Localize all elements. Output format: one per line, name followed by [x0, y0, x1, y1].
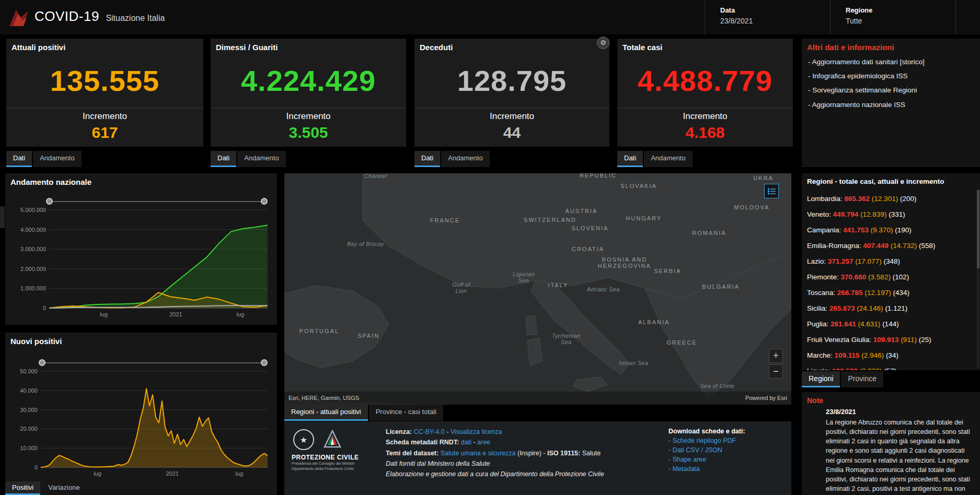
svg-text:2021: 2021	[166, 470, 178, 477]
footer-panel: ★ PROTEZIONE CIVILE Presidenza del Consi…	[284, 421, 791, 495]
header-divider	[830, 0, 831, 34]
note-date: 23/8/2021	[826, 408, 973, 416]
slider-handle-left[interactable]	[46, 198, 53, 205]
svg-text:2.000.000: 2.000.000	[20, 266, 46, 272]
slider-handle-left[interactable]	[39, 359, 45, 366]
time-range-slider	[46, 197, 268, 205]
tab-dati[interactable]: Dati	[211, 151, 236, 167]
tab-andamento[interactable]: Andamento	[644, 151, 693, 167]
svg-text:5.000.000: 5.000.000	[20, 207, 46, 213]
license-link[interactable]: Visualizza licenza	[451, 428, 502, 435]
note-content: 23/8/2021 La regione Abruzzo comunica ch…	[826, 408, 973, 495]
info-link-list: - Aggiornamento dati sanitari [storico]-…	[808, 57, 973, 114]
info-link[interactable]: - Sorveglianza settimanale Regioni	[808, 86, 973, 95]
info-link[interactable]: - Aggiornamento nazionale ISS	[808, 100, 973, 110]
region-row[interactable]: Puglia: 261.641 (4.631) (144)	[807, 316, 974, 332]
license-link[interactable]: dati	[461, 439, 471, 446]
tab-variazione[interactable]: Variazione	[41, 481, 86, 495]
tab-andamento[interactable]: Andamento	[441, 151, 490, 167]
svg-text:50.000: 50.000	[20, 368, 38, 374]
svg-text:lug: lug	[235, 470, 243, 477]
tab-regioni[interactable]: Regioni	[802, 371, 840, 387]
nuovi-positivi-tabs: Positivi Variazione	[5, 481, 87, 495]
card-title: Dimessi / Guariti	[216, 43, 278, 52]
tab-province-casi-totali[interactable]: Province - casi totali	[369, 405, 443, 421]
note-panel-title: Note	[807, 396, 823, 405]
info-link[interactable]: - Aggiornamento dati sanitari [storico]	[808, 57, 973, 67]
download-link[interactable]: - Metadata	[668, 465, 786, 473]
tab-andamento[interactable]: Andamento	[237, 151, 286, 167]
card-increment-label: Incremento	[617, 111, 793, 122]
zoom-out-button[interactable]: −	[769, 364, 783, 379]
region-row[interactable]: Sicilia: 265.673 (24.146) (1.121)	[807, 301, 974, 316]
info-link[interactable]: - Infografica epidemiologica ISS	[808, 72, 973, 81]
nuovi-positivi-panel: Nuovi positivi 50.00040.00030.00020.0001…	[5, 333, 277, 495]
svg-text:lug: lug	[100, 311, 108, 317]
tab-positivi[interactable]: Positivi	[5, 481, 40, 495]
scrollbar-thumb[interactable]	[977, 190, 979, 268]
date-filter-label: Data	[720, 6, 735, 14]
card-value: 4.224.429	[211, 64, 406, 98]
info-panel-title: Altri dati e informazioni	[807, 43, 894, 52]
license-line: Elaborazione e gestione dati a cura del …	[386, 470, 658, 478]
card-tabs-totale: Dati Andamento	[617, 151, 693, 167]
tab-andamento[interactable]: Andamento	[33, 151, 82, 167]
andamento-title: Andamento nazionale	[10, 178, 91, 186]
download-link[interactable]: - Shape aree	[668, 456, 786, 463]
footer-pc-title: PROTEZIONE CIVILE	[292, 454, 381, 461]
card-increment-label: Incremento	[414, 111, 609, 122]
slider-handle-right[interactable]	[261, 359, 268, 366]
region-list: Lombardia: 865.362 (12.301) (200)Veneto:…	[807, 191, 974, 370]
license-info: Licenza: CC-BY-4.0 - Visualizza licenzaS…	[386, 428, 658, 480]
region-row[interactable]: Veneto: 449.794 (12.839) (331)	[807, 207, 974, 222]
region-row[interactable]: Emilia-Romagna: 407.449 (14.732) (558)	[807, 238, 974, 254]
card-value: 4.488.779	[617, 64, 793, 98]
tab-dati[interactable]: Dati	[414, 151, 440, 167]
download-link[interactable]: - Schede riepilogo PDF	[668, 437, 786, 444]
license-line: Licenza: CC-BY-4.0 - Visualizza licenza	[386, 428, 658, 436]
license-link[interactable]: Salute umana e sicurezza	[441, 450, 516, 457]
license-link[interactable]: CC-BY-4.0	[414, 428, 445, 435]
map-legend-button[interactable]	[764, 184, 779, 198]
svg-text:4.000.000: 4.000.000	[20, 227, 46, 233]
italy-emblem-icon: ★	[292, 428, 316, 452]
protezione-civile-emblem-icon	[321, 428, 344, 451]
tab-dati[interactable]: Dati	[617, 151, 643, 167]
region-row[interactable]: Marche: 109.115 (2.946) (34)	[807, 348, 974, 363]
card-increment-label: Incremento	[6, 111, 203, 122]
license-link[interactable]: aree	[477, 439, 490, 446]
region-filter[interactable]: Regione Tutte	[846, 0, 950, 34]
region-row[interactable]: Piemonte: 370.660 (3.582) (102)	[807, 269, 974, 285]
date-filter[interactable]: Data 23/8/2021	[720, 0, 825, 34]
region-row[interactable]: Lombardia: 865.362 (12.301) (200)	[807, 191, 974, 207]
region-row[interactable]: Friuli Venezia Giulia: 109.913 (911) (25…	[807, 332, 974, 348]
slider-handle-right[interactable]	[261, 198, 268, 205]
card-increment-value: 4.168	[617, 124, 793, 142]
covid-dashboard: COVID-19 Situazione Italia Data 23/8/202…	[0, 0, 980, 495]
left-panel-collapse-handle[interactable]	[0, 206, 5, 228]
regions-scrollbar	[977, 190, 979, 368]
download-link[interactable]: - Dati CSV / JSON	[668, 446, 786, 454]
time-range-slider	[39, 359, 268, 367]
region-row[interactable]: Liguria: 108.599 (2.026) (57)	[807, 363, 974, 370]
nuovi-positivi-title: Nuovi positivi	[10, 337, 62, 346]
region-row[interactable]: Lazio: 371.257 (17.077) (348)	[807, 254, 974, 269]
tab-dati[interactable]: Dati	[6, 151, 32, 167]
tab-province[interactable]: Province	[841, 371, 883, 387]
region-row[interactable]: Campania: 441.753 (9.370) (190)	[807, 222, 974, 238]
header: COVID-19 Situazione Italia Data 23/8/202…	[0, 0, 980, 34]
card-value: 135.555	[6, 64, 203, 98]
note-body: La regione Abruzzo comunica che dal tota…	[826, 418, 973, 495]
widget-settings-gear-icon[interactable]: ⚙	[597, 37, 609, 49]
footer-pc-sub1: Presidenza del Consiglio dei Ministri	[292, 461, 381, 466]
region-row[interactable]: Toscana: 266.785 (12.197) (434)	[807, 285, 974, 301]
svg-text:0: 0	[34, 464, 38, 470]
protezione-civile-logo	[7, 6, 30, 28]
map-canvas[interactable]: ChannelREPUBLICUKRASLOVAKIAMOLDOVAAUSTRI…	[284, 173, 791, 405]
svg-text:★: ★	[300, 435, 307, 444]
zoom-in-button[interactable]: +	[769, 349, 783, 363]
card-title: Totale casi	[622, 43, 662, 52]
card-divider	[617, 108, 793, 108]
svg-text:10.000: 10.000	[20, 445, 38, 451]
tab-regioni-attuali-positivi[interactable]: Regioni - attuali positivi	[284, 405, 368, 421]
